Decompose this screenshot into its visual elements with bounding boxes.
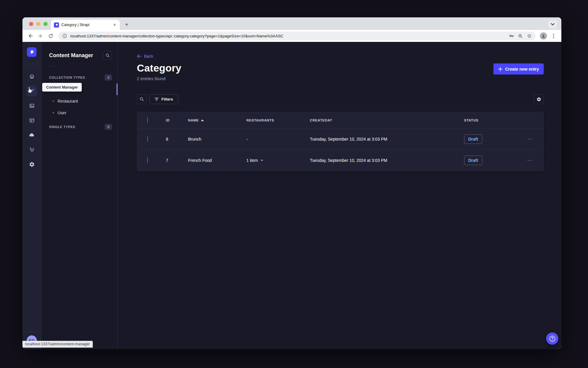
minimize-window-button[interactable] xyxy=(36,22,40,26)
gear-icon xyxy=(537,97,541,102)
close-window-button[interactable] xyxy=(29,22,33,26)
question-mark-icon xyxy=(549,335,556,342)
subnav-title: Content Manager xyxy=(49,52,93,59)
rail-bottom-divider xyxy=(22,332,41,332)
back-label: Back xyxy=(144,54,153,59)
column-header-name[interactable]: NAME xyxy=(188,118,246,122)
row-checkbox[interactable] xyxy=(147,157,148,163)
bullet-icon xyxy=(53,101,54,102)
sidebar-item-restaurant[interactable]: Restaurant xyxy=(41,95,117,107)
filters-label: Filters xyxy=(161,97,173,101)
tab-title: Category | Strapi xyxy=(61,23,110,27)
tab-search-chevron-icon[interactable] xyxy=(548,20,557,28)
subnav-search-button[interactable] xyxy=(103,51,112,60)
cell-restaurants[interactable]: 1 item xyxy=(246,158,310,163)
single-types-count: 0 xyxy=(105,124,112,130)
content-manager-tooltip: Content Manager xyxy=(42,83,82,92)
browser-window: Category | Strapi ✕ + localhost:1337/adm… xyxy=(22,17,561,349)
media-library-icon[interactable] xyxy=(26,100,37,111)
create-new-entry-label: Create new entry xyxy=(505,67,539,72)
cell-restaurants: - xyxy=(246,137,310,142)
column-header-id[interactable]: ID xyxy=(166,118,188,122)
entries-count: 2 entries found xyxy=(137,76,181,81)
table-row[interactable]: 8 Brunch - Tuesday, September 10, 2024 a… xyxy=(137,128,543,150)
create-new-entry-button[interactable]: Create new entry xyxy=(493,63,544,74)
rail-divider xyxy=(22,64,41,64)
cell-id: 8 xyxy=(166,137,188,142)
tab-strip: Category | Strapi ✕ + xyxy=(22,17,561,30)
deploy-cloud-icon[interactable] xyxy=(26,130,37,140)
status-badge: Draft xyxy=(464,156,482,165)
cell-name: French Food xyxy=(188,158,246,163)
entries-table: ID NAME RESTAURANTS CREATEDAT STATUS 8 B… xyxy=(137,112,544,171)
collection-types-label: COLLECTION TYPES xyxy=(49,76,85,79)
plus-icon xyxy=(498,67,502,71)
marketplace-cart-icon[interactable] xyxy=(26,144,37,155)
cell-createdat: Tuesday, September 10, 2024 at 3:03 PM xyxy=(310,137,464,142)
sidebar-item-label: Restaurant xyxy=(57,99,78,104)
filter-icon xyxy=(154,98,159,101)
zoom-icon[interactable] xyxy=(517,33,524,39)
chevron-down-icon xyxy=(261,160,263,161)
new-tab-button[interactable]: + xyxy=(122,20,131,29)
page-title: Category xyxy=(137,62,181,74)
subnav-divider xyxy=(49,66,56,66)
sidebar-item-label: User xyxy=(57,110,66,115)
row-actions-menu[interactable]: ⋯ xyxy=(525,156,534,165)
status-badge: Draft xyxy=(464,134,482,144)
browser-toolbar: localhost:1337/admin/content-manager/col… xyxy=(22,30,561,42)
window-controls xyxy=(29,22,48,26)
link-status-tooltip: localhost:1337/admin/content-manager xyxy=(22,341,93,348)
table-row[interactable]: 7 French Food 1 item Tuesday, September … xyxy=(137,150,543,171)
column-header-createdat[interactable]: CREATEDAT xyxy=(310,118,464,122)
filters-button[interactable]: Filters xyxy=(149,94,178,104)
sidebar-item-user[interactable]: User xyxy=(41,107,117,118)
tab-close-icon[interactable]: ✕ xyxy=(113,23,117,27)
strapi-app: KD Content Manager COLLECTION TYPES 3 xyxy=(22,42,561,349)
row-actions-menu[interactable]: ⋯ xyxy=(525,135,534,143)
table-header-row: ID NAME RESTAURANTS CREATEDAT STATUS xyxy=(137,112,543,128)
sort-ascending-icon xyxy=(201,119,204,121)
back-link[interactable]: Back xyxy=(137,54,153,59)
back-arrow-icon xyxy=(137,54,142,58)
password-key-icon[interactable] xyxy=(508,33,515,39)
page-info-icon[interactable] xyxy=(61,33,68,39)
browser-menu-icon[interactable] xyxy=(549,32,558,40)
cell-id: 7 xyxy=(166,158,188,163)
collection-types-count: 3 xyxy=(105,74,112,80)
strapi-favicon xyxy=(54,22,59,28)
table-search-button[interactable] xyxy=(137,94,147,104)
reload-icon[interactable] xyxy=(46,32,55,40)
maximize-window-button[interactable] xyxy=(43,22,48,26)
column-header-restaurants[interactable]: RESTAURANTS xyxy=(246,118,310,122)
profile-avatar[interactable] xyxy=(539,32,548,40)
table-settings-button[interactable] xyxy=(534,94,544,104)
search-icon xyxy=(140,97,144,101)
address-bar[interactable]: localhost:1337/admin/content-manager/col… xyxy=(58,32,536,40)
cell-createdat: Tuesday, September 10, 2024 at 3:03 PM xyxy=(310,158,464,163)
settings-gear-icon[interactable] xyxy=(26,159,37,170)
browser-tab[interactable]: Category | Strapi ✕ xyxy=(51,20,120,30)
mouse-cursor-pointer xyxy=(26,86,33,94)
strapi-logo[interactable] xyxy=(27,47,37,57)
bookmark-star-icon[interactable] xyxy=(526,33,533,39)
column-header-status[interactable]: STATUS xyxy=(464,118,521,122)
row-checkbox[interactable] xyxy=(147,136,148,142)
bullet-icon xyxy=(53,112,54,113)
cell-name: Brunch xyxy=(188,137,246,142)
forward-icon[interactable] xyxy=(36,32,45,40)
single-types-label: SINGLE TYPES xyxy=(49,125,75,129)
content-type-builder-icon[interactable] xyxy=(26,115,37,126)
select-all-checkbox[interactable] xyxy=(147,117,148,123)
help-button[interactable] xyxy=(546,332,558,345)
main-content: Back Category 2 entries found Create new… xyxy=(118,42,561,349)
home-icon[interactable] xyxy=(26,71,37,82)
url-text: localhost:1337/admin/content-manager/col… xyxy=(70,34,506,38)
back-icon[interactable] xyxy=(26,32,34,40)
